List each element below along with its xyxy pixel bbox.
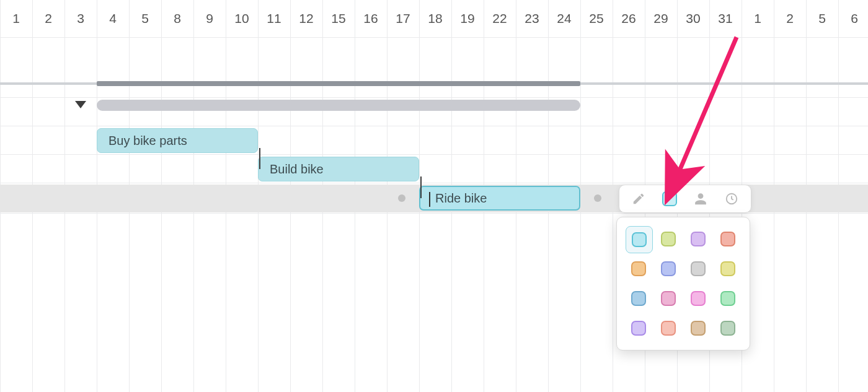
color-chip	[720, 321, 735, 336]
dependency-connector	[420, 176, 422, 198]
color-option[interactable]	[685, 226, 711, 252]
timeline-active-range[interactable]	[97, 81, 580, 86]
date-header[interactable]: 11	[258, 0, 290, 37]
color-option[interactable]	[685, 256, 711, 282]
color-chip	[632, 232, 647, 247]
date-header[interactable]: 17	[387, 0, 419, 37]
color-chip	[691, 291, 706, 306]
text-cursor	[429, 192, 430, 207]
color-chip	[720, 232, 735, 246]
date-header[interactable]: 10	[226, 0, 258, 37]
date-header[interactable]: 1	[0, 0, 32, 37]
dependency-connector	[259, 148, 260, 169]
row-separator	[0, 97, 868, 98]
color-chip	[661, 232, 676, 246]
color-option[interactable]	[626, 285, 652, 311]
color-chip	[691, 232, 706, 246]
row-separator	[0, 154, 868, 155]
date-header[interactable]: 16	[355, 0, 387, 37]
color-chip	[661, 291, 676, 306]
color-option[interactable]	[626, 315, 652, 341]
color-swatch-icon	[662, 191, 677, 206]
date-header[interactable]: 23	[516, 0, 548, 37]
color-option[interactable]	[655, 315, 681, 341]
color-chip	[691, 261, 706, 276]
color-chip	[631, 321, 646, 336]
date-header[interactable]: 30	[677, 0, 709, 37]
gantt-chart: 1234589101112151617181922232425262930311…	[0, 0, 868, 392]
schedule-button[interactable]	[716, 188, 747, 210]
date-header[interactable]: 18	[419, 0, 451, 37]
date-header[interactable]: 19	[451, 0, 484, 37]
task-bar-ride[interactable]: Ride bike	[419, 186, 580, 211]
color-chip	[631, 291, 646, 306]
task-bar-build[interactable]: Build bike	[258, 157, 419, 181]
date-header[interactable]: 12	[290, 0, 322, 37]
pencil-icon	[632, 192, 645, 206]
date-header[interactable]: 1	[742, 0, 774, 37]
date-header[interactable]: 8	[161, 0, 193, 37]
color-chip	[720, 291, 735, 306]
date-header[interactable]: 3	[64, 0, 97, 37]
color-option[interactable]	[655, 285, 681, 311]
timeline-track	[0, 82, 868, 85]
color-chip	[720, 261, 735, 276]
color-chip	[631, 261, 646, 276]
color-picker-popover	[616, 217, 750, 351]
date-header[interactable]: 2	[32, 0, 64, 37]
color-option[interactable]	[685, 315, 711, 341]
header-separator	[0, 37, 868, 38]
date-header[interactable]: 22	[484, 0, 516, 37]
color-option[interactable]	[655, 256, 681, 282]
color-option[interactable]	[626, 226, 653, 253]
task-toolbar	[619, 185, 751, 213]
date-header[interactable]: 26	[613, 0, 645, 37]
collapse-toggle-icon[interactable]	[75, 101, 86, 108]
date-header[interactable]: 25	[580, 0, 613, 37]
date-header[interactable]: 24	[548, 0, 580, 37]
color-option[interactable]	[715, 226, 741, 252]
date-header[interactable]: 6	[838, 0, 868, 37]
color-option[interactable]	[655, 226, 681, 252]
date-header[interactable]: 2	[774, 0, 806, 37]
date-header[interactable]: 31	[709, 0, 742, 37]
color-chip	[691, 321, 706, 336]
date-header[interactable]: 9	[193, 0, 226, 37]
date-header[interactable]: 5	[806, 0, 838, 37]
color-button[interactable]	[654, 188, 685, 210]
row-separator	[0, 183, 868, 183]
assignee-button[interactable]	[685, 188, 716, 210]
color-chip	[661, 321, 676, 336]
date-header[interactable]: 4	[97, 0, 129, 37]
clock-icon	[725, 192, 738, 206]
task-handle-right[interactable]	[594, 194, 601, 202]
color-option[interactable]	[715, 285, 741, 311]
date-header[interactable]: 29	[645, 0, 677, 37]
color-option[interactable]	[715, 256, 741, 282]
task-handle-left[interactable]	[398, 194, 405, 202]
color-option[interactable]	[715, 315, 741, 341]
row-separator	[0, 213, 868, 214]
date-header[interactable]: 5	[129, 0, 161, 37]
task-bar-buy[interactable]: Buy bike parts	[97, 128, 258, 153]
svg-line-1	[678, 37, 737, 173]
task-label: Ride bike	[435, 191, 487, 206]
color-option[interactable]	[626, 256, 652, 282]
color-option[interactable]	[685, 285, 711, 311]
person-icon	[694, 192, 707, 206]
summary-bar[interactable]	[97, 100, 580, 111]
color-chip	[661, 261, 676, 276]
row-separator	[0, 126, 868, 126]
edit-button[interactable]	[623, 188, 654, 210]
date-header[interactable]: 15	[322, 0, 355, 37]
